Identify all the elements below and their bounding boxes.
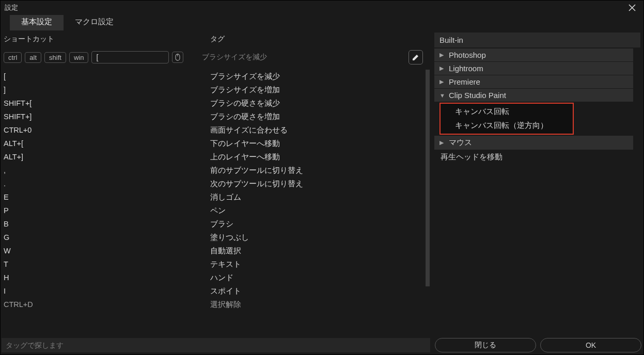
table-viewport: [ブラシサイズを減少 ]ブラシサイズを増加 SHIFT+[ブラシの硬さを減少 S… <box>2 70 424 338</box>
chevron-right-icon: ▶ <box>439 139 446 146</box>
table-row[interactable]: ALT+]上のレイヤーへ移動 <box>2 150 424 164</box>
table-row[interactable]: G塗りつぶし <box>2 231 424 244</box>
modkey-alt[interactable]: alt <box>25 52 41 63</box>
table-row[interactable]: CTRL+0画面サイズに合わせる <box>2 123 424 137</box>
close-icon[interactable] <box>625 1 639 15</box>
search-input[interactable] <box>6 341 426 349</box>
preset-tree: ▶Photoshop ▶Lightroom ▶Premiere ▼Clip St… <box>434 49 633 354</box>
column-headers: ショートカット タグ <box>2 31 432 47</box>
tab-basic[interactable]: 基本設定 <box>10 15 64 30</box>
table-row[interactable]: Tテキスト <box>2 257 424 271</box>
table-row[interactable]: E消しゴム <box>2 190 424 204</box>
modkey-shift[interactable]: shift <box>44 52 66 63</box>
scrollbar-thumb[interactable] <box>426 70 430 286</box>
right-pane: Built-in ▶Photoshop ▶Lightroom ▶Premiere… <box>433 31 642 354</box>
table-row[interactable]: Bブラシ <box>2 217 424 231</box>
tab-macro[interactable]: マクロ設定 <box>64 15 125 30</box>
table-row[interactable]: ,前のサブツールに切り替え <box>2 164 424 177</box>
titlebar: 設定 <box>1 1 643 15</box>
ok-button[interactable]: OK <box>540 338 641 352</box>
chevron-right-icon: ▶ <box>439 78 446 85</box>
table-row[interactable]: ]ブラシサイズを増加 <box>2 83 424 96</box>
table-row[interactable]: CTRL+D選択解除 <box>2 298 424 311</box>
close-button[interactable]: 閉じる <box>435 338 536 352</box>
shortcut-input-row: ctrl alt shift win ブラシサイズを減少 <box>2 47 432 70</box>
csp-children-highlight: キャンバス回転 キャンバス回転（逆方向） <box>439 103 574 135</box>
tabs: 基本設定 マクロ設定 <box>1 15 643 30</box>
edit-button[interactable] <box>409 50 423 64</box>
table-row[interactable]: Hハンド <box>2 271 424 284</box>
mouse-icon[interactable] <box>172 52 183 63</box>
content: ショートカット タグ ctrl alt shift win ブラシサイズを減少 <box>1 30 643 354</box>
table-row[interactable]: Iスポイト <box>2 284 424 298</box>
left-pane: ショートカット タグ ctrl alt shift win ブラシサイズを減少 <box>2 31 432 354</box>
table-row[interactable]: .次のサブツールに切り替え <box>2 177 424 190</box>
tree-item-mouse[interactable]: ▶マウス <box>434 136 633 150</box>
table-row[interactable]: W自動選択 <box>2 244 424 257</box>
table-scrollbar[interactable] <box>425 70 430 338</box>
tree-item-csp[interactable]: ▼Clip Studio Paint <box>434 89 633 102</box>
tree-item-lightroom[interactable]: ▶Lightroom <box>434 62 633 75</box>
tree-item-playhead[interactable]: 再生ヘッドを移動 <box>434 150 633 164</box>
tree-sub-canvas-rotate-reverse[interactable]: キャンバス回転（逆方向） <box>441 119 573 133</box>
chevron-right-icon: ▶ <box>439 65 446 72</box>
key-input[interactable] <box>91 51 169 63</box>
chevron-down-icon: ▼ <box>439 92 446 99</box>
table-row[interactable]: [ブラシサイズを減少 <box>2 70 424 83</box>
side-header: Built-in <box>434 33 640 47</box>
table-row[interactable]: SHIFT+]ブラシの硬さを増加 <box>2 110 424 123</box>
modkey-win[interactable]: win <box>69 52 89 63</box>
tag-preview: ブラシサイズを減少 <box>202 53 405 62</box>
table-row[interactable]: ALT+[下のレイヤーへ移動 <box>2 137 424 150</box>
table-row[interactable]: SHIFT+[ブラシの硬さを減少 <box>2 96 424 110</box>
settings-dialog: 設定 基本設定 マクロ設定 ショートカット タグ ctrl alt shift … <box>0 0 644 355</box>
modkey-ctrl[interactable]: ctrl <box>4 52 22 63</box>
tree-sub-canvas-rotate[interactable]: キャンバス回転 <box>441 105 573 119</box>
chevron-right-icon: ▶ <box>439 52 446 58</box>
tree-item-premiere[interactable]: ▶Premiere <box>434 75 633 88</box>
window-title: 設定 <box>5 3 18 12</box>
col-header-tag: タグ <box>210 35 432 44</box>
tree-item-photoshop[interactable]: ▶Photoshop <box>434 49 633 61</box>
table-row[interactable]: Pペン <box>2 204 424 217</box>
shortcut-table: [ブラシサイズを減少 ]ブラシサイズを増加 SHIFT+[ブラシの硬さを減少 S… <box>2 70 430 338</box>
search-row <box>2 338 430 352</box>
col-header-shortcut: ショートカット <box>4 35 210 44</box>
footer-buttons: 閉じる OK <box>435 338 641 352</box>
